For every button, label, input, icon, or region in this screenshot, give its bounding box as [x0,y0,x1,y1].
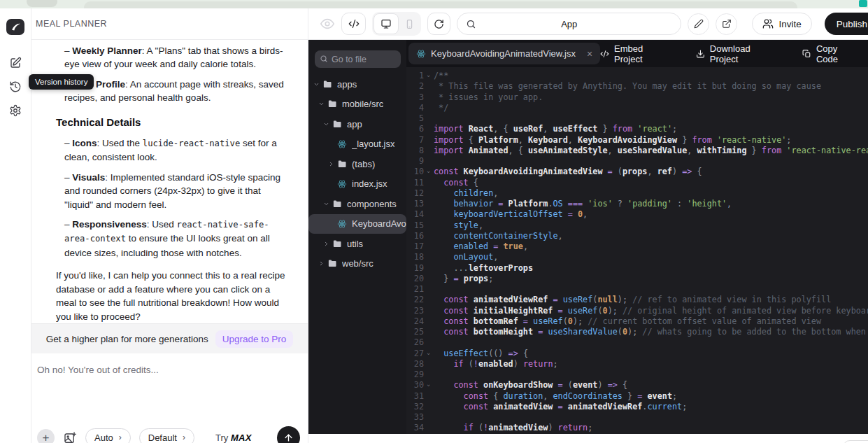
chat-list-item: – Responsiveness: Used react-native-safe… [56,218,287,260]
chat-paragraph: If you'd like, I can help you connect th… [56,269,287,323]
composer-placeholder: Oh no! You're out of credits... [37,365,159,375]
fold-chevron-icon[interactable]: › [424,380,434,391]
chevron-down-icon[interactable] [312,81,320,87]
chevron-down-icon[interactable] [317,101,325,107]
new-chat-icon[interactable] [9,57,22,69]
file-tree-item-mobile-src[interactable]: mobile/src [308,94,406,115]
code-line: 29 [406,370,868,380]
download-project-button[interactable]: Download Project [696,43,776,64]
chevron-right-icon[interactable] [317,260,325,267]
code-content[interactable]: 1›/**2 * This file was generated by Anyt… [406,67,868,434]
file-tree-item-layout-jsx[interactable]: _layout.jsx [308,134,406,155]
file-tree-item-app[interactable]: app [308,114,406,134]
file-tree-item-tabs[interactable]: (tabs) [308,154,406,174]
publish-button[interactable]: Publish [825,13,868,35]
code-editor: KeyboardAvoidingAnimatedView.jsx × Embed… [406,40,868,434]
url-bar[interactable]: App [457,13,681,35]
logo-swoosh-icon [10,21,22,33]
open-external-button[interactable] [716,13,737,35]
send-button[interactable] [277,426,300,443]
react-icon [416,49,426,59]
code-view-button[interactable] [341,13,366,35]
file-tree-item-apps[interactable]: apps [308,74,406,94]
refresh-button[interactable] [427,13,450,35]
code-line: 15 style, [406,220,868,231]
embed-label: Embed Project [614,43,669,64]
folder-icon [332,239,343,249]
mode-label: Auto [94,433,113,443]
people-icon [762,18,774,29]
upgrade-to-pro-link[interactable]: Upgrade to Pro [215,330,294,348]
file-tree-item-components[interactable]: components [308,194,406,214]
settings-gear-icon[interactable] [9,104,22,117]
file-tree-label: apps [337,79,357,90]
edit-url-button[interactable] [688,13,709,35]
chevron-right-icon: › [119,433,122,442]
preview-toolbar: App Invite [308,8,868,40]
file-tree-label: components [347,199,397,209]
code-line: 31 const { duration, endCoordinates } = … [406,391,868,402]
code-line: 23 const initialHeightRef = useRef(0); /… [406,306,868,316]
try-label: Try [215,433,228,443]
file-tree: appsmobile/srcapp_layout.jsx(tabs)index.… [308,73,406,434]
composer[interactable]: Oh no! You're out of credits... + Auto› … [31,353,308,443]
chevron-down-icon[interactable] [322,201,330,207]
folder-icon [332,119,343,129]
file-tree-item-web-src[interactable]: web/src [308,254,406,274]
browser-chrome-strip [0,0,868,8]
code-line: 32 const animatedView = animatedViewRef.… [406,402,868,412]
file-tree-item-utils[interactable]: utils [308,234,406,254]
attach-button[interactable]: + [37,429,55,443]
file-tree-label: mobile/src [342,99,383,109]
max-label: MAX [231,433,252,443]
version-history-icon[interactable] [9,80,22,93]
chat-heading: Technical Details [56,115,287,129]
model-label: Default [148,433,177,443]
version-history-tooltip: Version history [29,74,94,90]
folder-icon [336,159,348,169]
try-max-link[interactable]: Try MAX [215,433,252,443]
add-image-icon[interactable] [64,431,77,443]
embed-project-button[interactable]: Embed Project [600,43,669,64]
copy-code-button[interactable]: Copy Code [802,43,858,64]
refresh-icon [434,19,444,29]
eye-icon[interactable] [320,16,335,31]
publish-label: Publish [837,19,867,29]
invite-label: Invite [778,19,801,29]
copy-icon [802,49,811,59]
fold-chevron-icon[interactable]: › [424,71,434,81]
invite-button[interactable]: Invite [752,13,811,35]
external-link-icon [722,19,732,29]
chevron-right-icon[interactable] [327,161,335,167]
mode-selector[interactable]: Auto› [85,428,131,443]
tab-keyboardavoidinganimatedview[interactable]: KeyboardAvoidingAnimatedView.jsx × [408,43,600,64]
mobile-view-button[interactable] [399,19,420,29]
chevron-down-icon[interactable] [322,121,330,127]
goto-file-input[interactable] [315,50,401,68]
editor-tab-bar: KeyboardAvoidingAnimatedView.jsx × Embed… [406,40,868,67]
code-icon [348,18,360,29]
code-line: 25 const bottomHeight = useSharedValue(0… [406,327,868,337]
file-tree-label: (tabs) [352,159,375,169]
code-line: 9 [406,156,868,167]
fold-chevron-icon[interactable]: › [424,349,434,359]
file-tree-item-index-jsx[interactable]: index.jsx [308,174,406,195]
code-line: 18 onLayout, [406,252,868,262]
pencil-icon [694,19,704,29]
goto-file-search[interactable] [308,40,406,73]
bottom-strip [308,434,868,443]
download-icon [696,49,705,59]
code-line: 34 if (!animatedView) return; [406,423,868,433]
download-label: Download Project [710,43,776,64]
desktop-view-button[interactable] [373,13,399,34]
code-line: 33 [406,412,868,423]
model-selector[interactable]: Default› [139,428,194,443]
anything-logo[interactable] [6,19,24,35]
code-line: 1›/** [406,71,868,81]
chevron-right-icon[interactable] [322,241,330,247]
left-rail [0,8,31,443]
file-tree-item-keyboardavo[interactable]: KeyboardAvo... [308,214,406,234]
editor-actions: Embed Project Download Project [600,43,858,64]
fold-chevron-icon[interactable]: › [424,167,434,177]
close-tab-icon[interactable]: × [587,48,592,59]
